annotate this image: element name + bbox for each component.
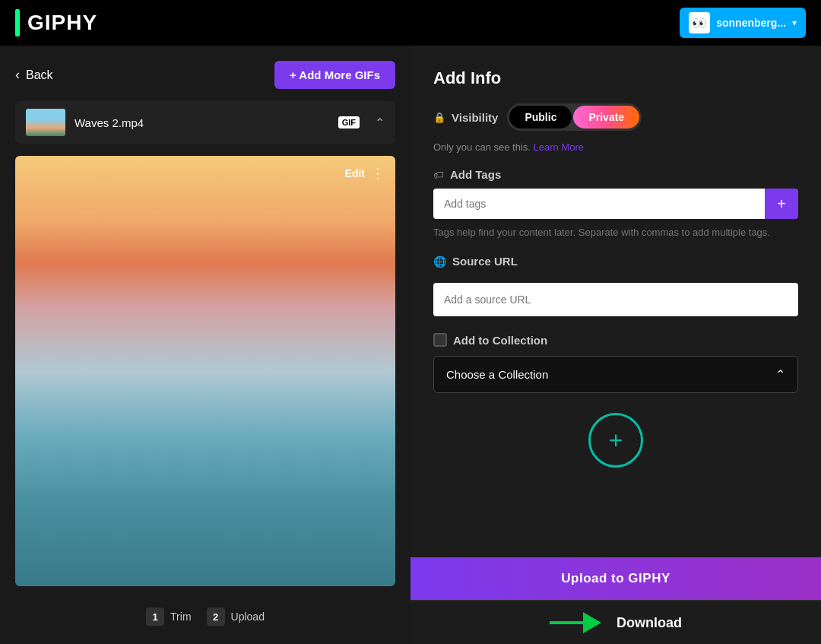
- source-url-header: 🌐 Source URL: [433, 255, 798, 268]
- avatar-icon: 👀: [692, 16, 707, 30]
- public-toggle[interactable]: Public: [509, 106, 572, 128]
- private-toggle[interactable]: Private: [573, 106, 639, 128]
- avatar: 👀: [689, 12, 710, 33]
- left-panel: ‹ Back + Add More GIFs Waves 2.mp4 GIF ⌃…: [0, 46, 410, 644]
- file-thumbnail: [26, 109, 65, 136]
- add-gifs-label: + Add More GIFs: [290, 68, 380, 81]
- visibility-section: 🔒 Visibility Public Private: [433, 103, 798, 131]
- tags-add-button[interactable]: +: [765, 189, 798, 219]
- user-menu[interactable]: 👀 sonnenberg... ▾: [680, 8, 806, 38]
- add-gifs-button[interactable]: + Add More GIFs: [274, 61, 395, 89]
- lock-icon: 🔒: [433, 112, 445, 123]
- source-url-label: Source URL: [452, 255, 518, 268]
- logo-area: GIPHY: [15, 9, 97, 36]
- file-item: Waves 2.mp4 GIF ⌃: [15, 101, 395, 144]
- tags-help-text: Tags help find your content later. Separ…: [433, 227, 798, 238]
- tag-icon: 🏷: [433, 169, 444, 181]
- collection-label: Add to Collection: [453, 334, 547, 347]
- right-scroll-area: Add Info 🔒 Visibility Public Private Onl…: [410, 46, 821, 557]
- arrow-line: [550, 621, 586, 624]
- collection-section-header: Add to Collection: [433, 333, 798, 347]
- step-2-number: 2: [207, 608, 225, 626]
- username: sonnenberg...: [716, 17, 786, 29]
- download-row: Download: [410, 600, 821, 644]
- source-url-section: 🌐 Source URL: [433, 255, 798, 316]
- collection-checkbox[interactable]: [433, 333, 447, 347]
- thumb-gradient: [26, 109, 65, 136]
- edit-label[interactable]: Edit: [345, 167, 365, 179]
- download-label[interactable]: Download: [617, 615, 682, 631]
- collection-select-label: Choose a Collection: [446, 368, 548, 381]
- step-2: 2 Upload: [207, 608, 265, 626]
- collection-chevron-icon: ⌃: [775, 367, 785, 382]
- plus-icon: +: [609, 427, 623, 455]
- right-panel: Add Info 🔒 Visibility Public Private Onl…: [410, 46, 821, 644]
- preview-image: [15, 156, 395, 586]
- create-collection-area: +: [433, 405, 798, 475]
- visibility-note: Only you can see this. Learn More: [433, 141, 798, 153]
- chevron-up-icon[interactable]: ⌃: [375, 116, 385, 130]
- preview-overlay: Edit ⋮: [345, 165, 385, 182]
- more-options-icon[interactable]: ⋮: [371, 165, 385, 182]
- step-1: 1 Trim: [146, 608, 191, 626]
- main-content: ‹ Back + Add More GIFs Waves 2.mp4 GIF ⌃…: [0, 46, 821, 644]
- tags-input[interactable]: [433, 189, 765, 219]
- back-label: Back: [26, 68, 53, 82]
- logo-text: GIPHY: [27, 11, 97, 35]
- back-button[interactable]: ‹ Back: [15, 67, 53, 83]
- header: GIPHY 👀 sonnenberg... ▾: [0, 0, 821, 46]
- tags-label: Add Tags: [450, 168, 501, 181]
- visibility-label: Visibility: [452, 111, 498, 124]
- preview-container: Edit ⋮: [15, 156, 395, 586]
- create-collection-button[interactable]: +: [588, 413, 643, 468]
- visibility-toggle: Public Private: [507, 103, 642, 131]
- arrow-head: [583, 612, 601, 633]
- back-arrow-icon: ‹: [15, 67, 20, 83]
- logo-accent: [15, 9, 20, 36]
- steps-bar: 1 Trim 2 Upload: [15, 598, 395, 629]
- chevron-down-icon: ▾: [792, 17, 797, 28]
- step-1-label: Trim: [170, 611, 191, 623]
- globe-icon: 🌐: [433, 255, 446, 268]
- learn-more-link[interactable]: Learn More: [534, 141, 584, 153]
- tags-section-header: 🏷 Add Tags: [433, 168, 798, 181]
- source-url-input[interactable]: [433, 283, 798, 316]
- collection-select[interactable]: Choose a Collection ⌃: [433, 356, 798, 393]
- step-2-label: Upload: [231, 611, 265, 623]
- file-name: Waves 2.mp4: [74, 116, 329, 129]
- add-info-title: Add Info: [433, 68, 798, 88]
- gif-badge: GIF: [338, 116, 360, 128]
- top-bar: ‹ Back + Add More GIFs: [15, 61, 395, 89]
- green-arrow-icon: [550, 612, 604, 633]
- step-1-number: 1: [146, 608, 164, 626]
- tags-input-row: +: [433, 189, 798, 219]
- upload-to-giphy-button[interactable]: Upload to GIPHY: [410, 557, 821, 600]
